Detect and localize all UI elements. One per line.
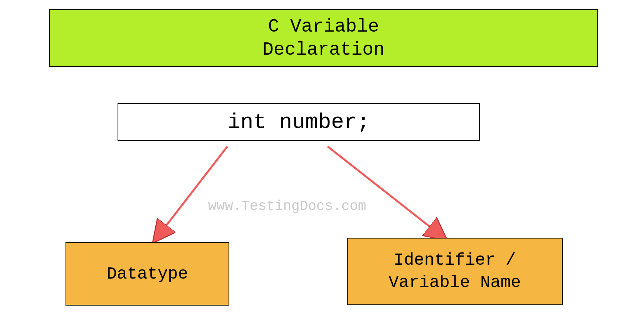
svg-line-3 [328, 146, 435, 231]
svg-line-1 [162, 146, 227, 231]
arrow-left [146, 143, 247, 243]
datatype-box: Datatype [66, 242, 229, 306]
title-box: C VariableDeclaration [49, 9, 598, 67]
identifier-label: Identifier /Variable Name [388, 249, 521, 293]
datatype-label: Datatype [107, 264, 188, 284]
code-box: int number; [118, 103, 480, 141]
code-text: int number; [227, 110, 370, 134]
title-text: C VariableDeclaration [262, 15, 385, 61]
arrow-right [320, 143, 455, 243]
identifier-box: Identifier /Variable Name [347, 238, 563, 305]
